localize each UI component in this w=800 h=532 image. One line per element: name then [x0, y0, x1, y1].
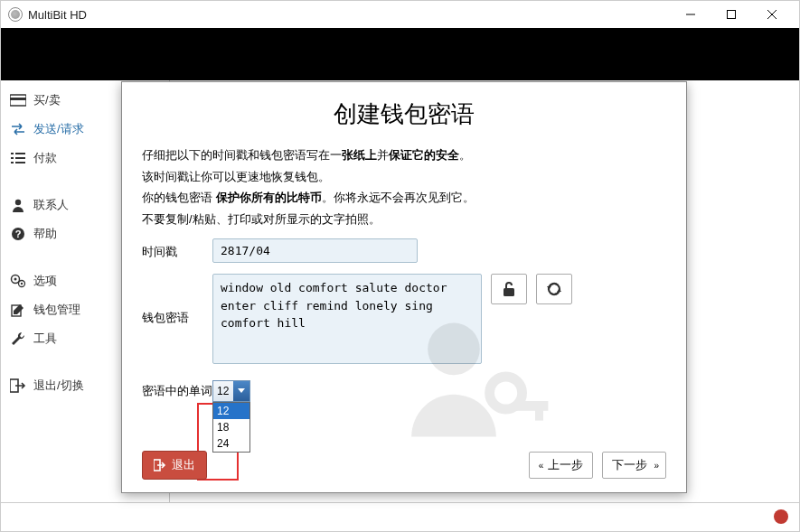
svg-text:?: ? [15, 229, 22, 239]
header-band [1, 28, 799, 80]
refresh-button[interactable] [536, 274, 572, 304]
svg-rect-1 [727, 11, 735, 19]
word-count-label: 密语中的单词 [142, 383, 212, 399]
svg-rect-7 [15, 153, 25, 154]
close-button[interactable] [751, 1, 792, 28]
sidebar-item-label: 选项 [33, 273, 57, 289]
timestamp-label: 时间戳 [142, 238, 212, 260]
sidebar-item-send-request[interactable]: 发送/请求 [1, 115, 122, 144]
sidebar-item-tools[interactable]: 工具 [1, 324, 122, 353]
app-icon [8, 7, 23, 22]
sidebar-item-wallet-mgmt[interactable]: 钱包管理 [1, 295, 122, 324]
svg-point-18 [21, 283, 23, 285]
lock-button[interactable] [491, 274, 527, 304]
sidebar-item-label: 买/卖 [33, 92, 61, 108]
user-icon [10, 198, 26, 212]
app-title: MultiBit HD [28, 8, 87, 22]
minimize-button[interactable] [670, 1, 711, 28]
word-count-select[interactable]: 12 [212, 380, 250, 402]
svg-rect-10 [11, 162, 14, 163]
sidebar-item-options[interactable]: 选项 [1, 266, 122, 295]
create-seed-dialog: 创建钱包密语 仔细把以下的时间戳和钱包密语写在一张纸上并保证它的安全。 该时间戳… [121, 81, 687, 493]
exit-button[interactable]: 退出 [142, 451, 207, 480]
sidebar-item-contacts[interactable]: 联系人 [1, 191, 122, 219]
sidebar: 买/卖 发送/请求 付款 联系人 ? 帮助 选项 [1, 80, 122, 400]
dropdown-option[interactable]: 18 [213, 419, 249, 435]
signout-icon [154, 459, 166, 471]
svg-rect-5 [10, 98, 26, 100]
title-bar: MultiBit HD [1, 1, 799, 28]
card-icon [10, 93, 26, 107]
svg-rect-25 [504, 288, 514, 296]
sidebar-item-help[interactable]: ? 帮助 [1, 219, 122, 248]
sidebar-item-buy-sell[interactable]: 买/卖 [1, 86, 122, 115]
sidebar-item-label: 钱包管理 [33, 302, 80, 318]
sidebar-item-label: 发送/请求 [33, 121, 84, 137]
svg-rect-23 [515, 401, 548, 411]
chevron-left-icon: « [539, 461, 541, 471]
words-label: 钱包密语 [142, 274, 212, 326]
dropdown-option[interactable]: 24 [213, 435, 249, 452]
next-button[interactable]: 下一步 » [602, 452, 666, 479]
status-bar [1, 502, 799, 531]
svg-rect-9 [15, 157, 25, 159]
status-dot-icon [774, 509, 788, 524]
sidebar-item-payments[interactable]: 付款 [1, 144, 122, 173]
seed-words-field[interactable] [212, 274, 482, 364]
svg-rect-24 [535, 401, 543, 421]
unlock-icon [502, 281, 516, 297]
refresh-icon [546, 281, 562, 297]
list-icon [10, 151, 26, 165]
sidebar-item-label: 帮助 [33, 226, 57, 242]
word-count-dropdown: 12 18 24 [212, 402, 250, 453]
question-icon: ? [10, 227, 26, 241]
sidebar-item-exit-switch[interactable]: 退出/切换 [1, 371, 122, 400]
svg-point-16 [14, 278, 17, 281]
dialog-title: 创建钱包密语 [142, 98, 666, 130]
svg-rect-8 [11, 157, 14, 159]
dropdown-option[interactable]: 12 [213, 403, 249, 419]
prev-button[interactable]: « 上一步 [529, 452, 593, 479]
edit-icon [10, 303, 26, 317]
sidebar-item-label: 工具 [33, 331, 57, 347]
svg-rect-6 [11, 153, 14, 154]
maximize-button[interactable] [711, 1, 751, 28]
wrench-icon [10, 331, 26, 346]
sidebar-item-label: 退出/切换 [33, 378, 84, 394]
signout-icon [10, 378, 26, 393]
sidebar-item-label: 联系人 [33, 197, 69, 213]
swap-icon [10, 122, 26, 136]
sidebar-item-label: 付款 [33, 150, 57, 166]
instructions: 仔细把以下的时间戳和钱包密语写在一张纸上并保证它的安全。 该时间戳让你可以更速地… [142, 146, 666, 228]
svg-point-12 [15, 200, 21, 205]
gears-icon [10, 274, 26, 288]
timestamp-field[interactable] [212, 238, 418, 263]
svg-rect-11 [15, 162, 25, 163]
chevron-right-icon: » [654, 461, 656, 471]
chevron-down-icon [233, 381, 249, 401]
